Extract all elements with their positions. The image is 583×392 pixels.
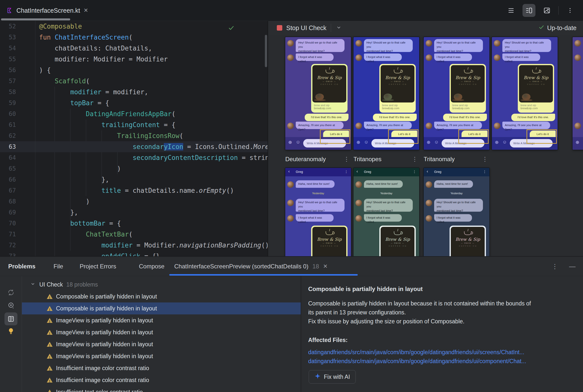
fix-with-ai-button[interactable]: Fix with AI (309, 370, 356, 384)
problem-row[interactable]: Insufficient image color contrast ratio (22, 374, 301, 386)
code-text: onAddClick = {} (35, 251, 160, 256)
problem-row[interactable]: Composable is partially hidden in layout (22, 290, 301, 302)
code-line[interactable]: 68 ) (0, 196, 268, 207)
editor-tab[interactable]: ChatInterfaceScreen.kt ✕ (4, 3, 91, 18)
affected-file-link[interactable]: datingandfriends/src/main/java/com/ibm/g… (308, 348, 526, 357)
affected-file-link[interactable]: datingandfriends/src/main/java/com/ibm/g… (308, 357, 526, 366)
tab-chatinterfacescreenpreview-sortedchatdetails-0-[interactable]: ChatInterfaceScreenPreview (sortedChatDe… (174, 257, 328, 276)
code-line[interactable]: 65 ) (0, 163, 268, 174)
link-preview-card[interactable]: Brew & Sip— OHID —C O F F E E · C Obrew … (518, 64, 554, 113)
problem-row[interactable]: Insufficient text color contrast ratio (22, 386, 301, 392)
preview-phone[interactable]: ‹Greg⋮Haha, next time for sure!Yesterday… (354, 168, 419, 256)
code-line[interactable]: 55 modifier: Modifier = Modifier (0, 54, 268, 65)
tab-file[interactable]: File (54, 257, 63, 276)
avatar (574, 122, 581, 129)
cup-handle (333, 70, 335, 73)
preview-config-kebab-icon[interactable]: ⋮ (412, 156, 418, 163)
chevron-expanded-icon[interactable] (30, 281, 36, 288)
emoji-icon[interactable]: ☺ (434, 140, 439, 145)
problems-group-row[interactable]: UI Check 18 problems (22, 278, 301, 290)
link-preview-card[interactable]: Brew & Sip— OHID —C O F F E E · C Obrew … (450, 64, 486, 113)
preview-phone[interactable]: ‹Greg⋮Haha, next time for sure!Yesterday… (285, 168, 351, 256)
preview-phone[interactable]: Hey! Should we go to that cafe youmentio… (285, 37, 351, 150)
add-icon[interactable]: ⊕ (357, 140, 360, 145)
chevron-down-icon[interactable] (336, 24, 342, 32)
tab-close-icon[interactable]: ✕ (84, 7, 88, 14)
tab-compose[interactable]: Compose (139, 257, 165, 276)
code-line[interactable]: 62 TrailingIconsRow( (0, 130, 268, 141)
code-line[interactable]: 54 chatDetails: ChatDetails, (0, 43, 268, 54)
problems-report-view-icon[interactable] (5, 312, 18, 325)
lightbulb-icon[interactable] (7, 327, 15, 336)
problem-row[interactable]: ImageView is partially hidden in layout (22, 338, 301, 350)
brew-and-sip-logo-text: Brew & Sip (313, 75, 346, 80)
panel-minimize-icon[interactable]: — (569, 263, 575, 270)
code-line[interactable]: 66 }, (0, 174, 268, 185)
link-preview-card[interactable]: Brew & Sip— OHID —C O F F E E · C Obrew … (311, 64, 348, 113)
editor-scrollbar-thumb[interactable] (265, 35, 267, 67)
code-line[interactable]: 58 modifier = modifier, (0, 86, 268, 98)
preview-phone[interactable]: Hey! Should we go to that cafe youmentio… (572, 37, 583, 150)
add-icon[interactable]: ⊕ (288, 140, 292, 145)
code-line[interactable]: 64 secondaryContentDescription = strin (0, 152, 268, 163)
code-line[interactable]: 67 title = chatDetails.name.orEmpty() (0, 185, 268, 196)
link-preview-card[interactable]: Brew & Sip— OHID —C O F F E E · C O (450, 226, 486, 256)
inspections-ok-icon[interactable] (228, 24, 235, 32)
preview-view-icon[interactable] (540, 4, 553, 17)
code-view-icon[interactable] (505, 4, 517, 17)
problem-row[interactable]: ImageView is partially hidden in layout (22, 314, 301, 326)
code-line[interactable]: 69 }, (0, 207, 268, 218)
code-line[interactable]: 72 modifier = Modifier.navigationBarsPad… (0, 240, 268, 251)
code-line[interactable]: 73 onAddClick = {} (0, 251, 268, 256)
code-line[interactable]: 56) { (0, 65, 268, 76)
tab-problems[interactable]: Problems (8, 257, 35, 276)
view-options-eye-icon[interactable] (7, 302, 15, 310)
add-icon[interactable]: ⊕ (427, 140, 430, 145)
back-icon[interactable]: ‹ (288, 169, 290, 174)
preview-phone[interactable]: Hey! Should we go to that cafe youmentio… (424, 37, 489, 150)
preview-phone[interactable]: Hey! Should we go to that cafe youmentio… (354, 37, 419, 150)
panel-options-kebab-icon[interactable]: ⋮ (552, 263, 558, 270)
back-icon[interactable]: ‹ (427, 169, 428, 174)
preview-canvas[interactable]: Deuteranomaly⋮Tritanopes⋮Tritanomaly⋮Hey… (268, 35, 583, 256)
add-icon[interactable]: ⊕ (495, 140, 499, 145)
refresh-icon[interactable] (7, 289, 15, 297)
code-line[interactable]: 61 trailingContent = { (0, 120, 268, 130)
code-line[interactable]: 60 DatingAndFriendsAppBar( (0, 108, 268, 120)
chat-kebab-icon[interactable]: ⋮ (345, 170, 348, 174)
preview-config-kebab-icon[interactable]: ⋮ (344, 156, 350, 163)
problem-row[interactable]: Insufficient image color contrast ratio (22, 362, 301, 374)
code-editor[interactable]: 52@Composable53fun ChatInterfaceScreen(5… (0, 21, 268, 256)
link-preview-card[interactable]: Brew & Sip— OHID —C O F F E E · C O (311, 226, 348, 256)
code-line[interactable]: 59 topBar = { (0, 98, 268, 108)
chat-kebab-icon[interactable]: ⋮ (413, 170, 416, 174)
problem-row[interactable]: ImageView is partially hidden in layout (22, 326, 301, 338)
code-line[interactable]: 57 Scaffold( (0, 76, 268, 86)
preview-phone[interactable]: Hey! Should we go to that cafe youmentio… (492, 37, 558, 150)
problem-detail-title: Composable is partially hidden in layout (308, 286, 423, 292)
tab-close-icon[interactable]: ✕ (323, 263, 328, 270)
emoji-icon[interactable]: ☺ (364, 140, 368, 145)
editor-options-kebab-icon[interactable] (563, 4, 576, 17)
code-line[interactable]: 53fun ChatInterfaceScreen( (0, 32, 268, 43)
add-icon[interactable]: ⊕ (575, 140, 579, 145)
emoji-icon[interactable]: ☺ (502, 140, 507, 145)
emoji-icon[interactable]: ☺ (296, 140, 300, 145)
code-line[interactable]: 63 secondaryIcon = Icons.Outlined.More (0, 141, 268, 152)
link-preview-card[interactable]: Brew & Sip— OHID —C O F F E E · C O (379, 226, 416, 256)
preview-config-kebab-icon[interactable]: ⋮ (482, 156, 488, 163)
chat-kebab-icon[interactable]: ⋮ (483, 170, 486, 174)
line-number: 68 (0, 196, 16, 207)
stop-ui-check-button[interactable]: Stop UI Check (277, 24, 326, 32)
preview-phone[interactable]: ‹Greg⋮Haha, next time for sure!Yesterday… (424, 168, 489, 256)
problem-row[interactable]: ImageView is partially hidden in layout (22, 350, 301, 362)
chat-bubble: Haha, next time for sure! (364, 180, 403, 188)
split-view-icon[interactable] (522, 4, 535, 17)
code-line[interactable]: 70 bottomBar = { (0, 218, 268, 229)
problem-row[interactable]: Composable is partially hidden in layout (22, 302, 301, 314)
code-text: DatingAndFriendsAppBar( (35, 108, 175, 120)
link-preview-card[interactable]: Brew & Sip— OHID —C O F F E E · C Obrew … (379, 64, 416, 113)
tab-project-errors[interactable]: Project Errors (80, 257, 116, 276)
code-line[interactable]: 71 ChatTextBar( (0, 229, 268, 240)
back-icon[interactable]: ‹ (357, 169, 358, 174)
